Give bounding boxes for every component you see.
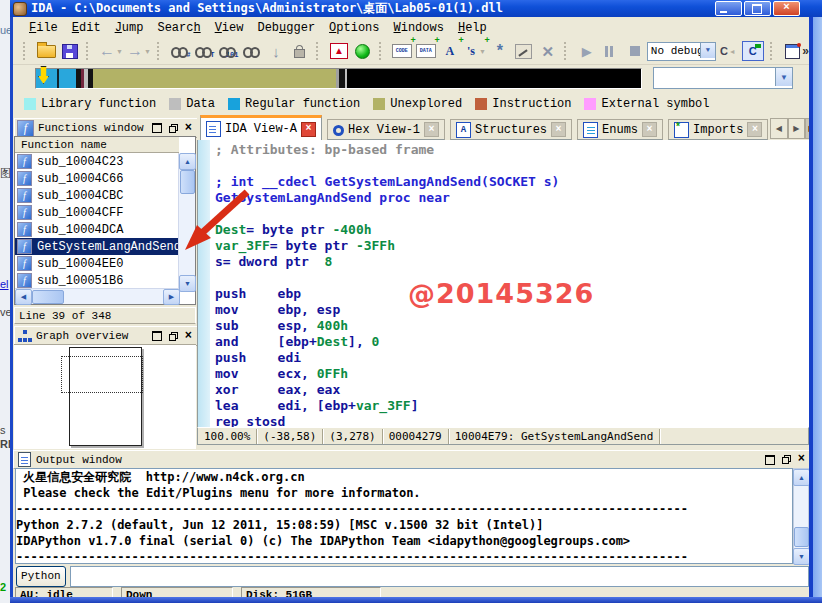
make-string-button[interactable]: 's+▼: [464, 41, 486, 61]
panel-maximize-button[interactable]: [152, 331, 162, 341]
scrollbar-thumb[interactable]: [32, 290, 64, 304]
tab-close-button[interactable]: ×: [301, 122, 316, 137]
menu-item-debugger[interactable]: Debugger: [250, 19, 322, 37]
code-line[interactable]: mov ecx, 0FFh: [215, 366, 559, 382]
menu-item-jump[interactable]: Jump: [108, 19, 151, 37]
graph-viewport-rect[interactable]: [61, 356, 143, 393]
chevron-down-icon[interactable]: ▼: [700, 43, 715, 58]
code-line[interactable]: [215, 158, 559, 174]
minimize-button[interactable]: [715, 1, 742, 16]
panel-close-button[interactable]: ×: [185, 124, 192, 133]
functions-window-titlebar[interactable]: f Functions window ×: [14, 118, 197, 138]
navigate-back-button[interactable]: ←▼: [99, 41, 123, 61]
make-data-button[interactable]: DATA+: [416, 41, 436, 61]
function-list-item[interactable]: fsub_10004CFF: [15, 204, 179, 221]
menu-item-help[interactable]: Help: [451, 19, 494, 37]
toolbar-grip[interactable]: [157, 42, 164, 60]
menu-item-file[interactable]: File: [22, 19, 65, 37]
maximize-button[interactable]: [744, 1, 771, 16]
panel-close-button[interactable]: ×: [185, 332, 192, 341]
menu-item-windows[interactable]: Windows: [387, 19, 451, 37]
search-binary-button[interactable]: #: [170, 41, 190, 61]
output-vertical-scrollbar[interactable]: ▲ ▼: [793, 468, 809, 564]
tab-imports[interactable]: Imports×: [668, 119, 768, 140]
undefine-button[interactable]: ✕: [538, 41, 558, 61]
code-line[interactable]: GetSystemLangAndSend proc near: [215, 190, 559, 206]
code-line[interactable]: ; int __cdecl GetSystemLangAndSend(SOCKE…: [215, 174, 559, 190]
column-header-function-name[interactable]: Function name: [15, 137, 179, 153]
scroll-right-button[interactable]: ▶: [163, 289, 180, 305]
tab-ida-view-a[interactable]: IDA View-A×: [200, 115, 322, 140]
graph-overview-canvas[interactable]: [14, 344, 196, 449]
function-list-item[interactable]: fGetSystemLangAndSend: [15, 238, 179, 255]
function-list-item[interactable]: fsub_100051B6: [15, 272, 179, 289]
toolbar-overflow-button[interactable]: »: [802, 44, 809, 58]
problems-button[interactable]: ▲: [329, 41, 349, 61]
navigate-forward-button[interactable]: →▼: [127, 41, 151, 61]
code-line[interactable]: rep stosd: [215, 414, 559, 427]
code-line[interactable]: lea edi, [ebp+var_3FF]: [215, 398, 559, 414]
scroll-up-button[interactable]: ▲: [793, 469, 810, 486]
functions-horizontal-scrollbar[interactable]: ◀ ▶: [15, 288, 179, 304]
panel-restore-button[interactable]: [169, 332, 178, 341]
function-list-item[interactable]: fsub_10004C66: [15, 170, 179, 187]
toolbar-grip[interactable]: [316, 42, 323, 60]
debugger-pause-button[interactable]: [601, 41, 621, 61]
name-combo[interactable]: ▼: [653, 67, 793, 89]
code-line[interactable]: and [ebp+Dest], 0: [215, 334, 559, 350]
edit-button[interactable]: [514, 41, 534, 61]
toolbar-grip[interactable]: [86, 42, 93, 60]
toolbar-grip[interactable]: [379, 42, 386, 60]
scrollbar-thumb[interactable]: [794, 527, 809, 547]
tab-scroll-left-button[interactable]: ◀: [770, 118, 788, 139]
code-line[interactable]: push edi: [215, 350, 559, 366]
make-code-button[interactable]: CODE+: [392, 41, 412, 61]
output-log[interactable]: 火星信息安全研究院 http://www.n4ck.org.cn Please …: [15, 468, 793, 564]
menu-item-edit[interactable]: Edit: [65, 19, 108, 37]
scroll-left-button[interactable]: ◀: [15, 289, 32, 305]
python-command-input[interactable]: [70, 566, 809, 587]
code-line[interactable]: xor eax, eax: [215, 382, 559, 398]
tab-close-button[interactable]: ×: [642, 122, 657, 137]
save-button[interactable]: [60, 41, 80, 61]
scroll-down-button[interactable]: ▼: [179, 275, 196, 292]
run-plugin-button[interactable]: C: [742, 41, 764, 61]
graph-overview-titlebar[interactable]: Graph overview ×: [14, 326, 197, 346]
tab-close-button[interactable]: ×: [424, 122, 439, 137]
lock-highlight-button[interactable]: [290, 41, 310, 61]
toolbar-grip[interactable]: [23, 42, 30, 60]
function-list-item[interactable]: fsub_10004CBC: [15, 187, 179, 204]
search-next-button[interactable]: [242, 41, 262, 61]
menu-item-options[interactable]: Options: [322, 19, 386, 37]
panel-close-button[interactable]: ×: [798, 455, 805, 464]
function-list-item[interactable]: fsub_10004EE0: [15, 255, 179, 272]
chevron-down-icon[interactable]: ▼: [775, 68, 792, 86]
toolbar-grip[interactable]: [770, 42, 777, 60]
code-line[interactable]: Dest= byte ptr -400h: [215, 222, 559, 238]
menu-item-search[interactable]: Search: [150, 19, 207, 37]
debugger-select[interactable]: No debug ▼: [647, 42, 716, 61]
make-name-button[interactable]: A+: [440, 41, 460, 61]
search-text-button[interactable]: T: [194, 41, 214, 61]
open-file-button[interactable]: [36, 41, 56, 61]
code-line[interactable]: var_3FF= byte ptr -3FFh: [215, 238, 559, 254]
make-array-button[interactable]: *: [490, 41, 510, 61]
debugger-stop-button[interactable]: [625, 41, 645, 61]
panel-restore-button[interactable]: [169, 124, 178, 133]
navigation-band[interactable]: [35, 68, 642, 89]
tab-enums[interactable]: Enums×: [577, 119, 663, 140]
code-line[interactable]: sub esp, 400h: [215, 318, 559, 334]
tab-close-button[interactable]: ×: [747, 122, 762, 137]
function-list-item[interactable]: fsub_10004DCA: [15, 221, 179, 238]
jump-address-button[interactable]: ↓: [266, 41, 286, 61]
search-immediate-button[interactable]: 101: [218, 41, 238, 61]
panel-maximize-button[interactable]: [765, 455, 775, 465]
tab-structures[interactable]: Structures×: [450, 119, 572, 140]
close-button[interactable]: ×: [773, 1, 800, 16]
function-list-item[interactable]: fsub_10004C23: [15, 153, 179, 170]
menu-item-view[interactable]: View: [208, 19, 251, 37]
debugger-run-button[interactable]: ▶: [577, 41, 597, 61]
scroll-down-button[interactable]: ▼: [793, 548, 810, 565]
code-line[interactable]: ; Attributes: bp-based frame: [215, 142, 559, 158]
attach-process-button[interactable]: C◄: [718, 41, 738, 61]
